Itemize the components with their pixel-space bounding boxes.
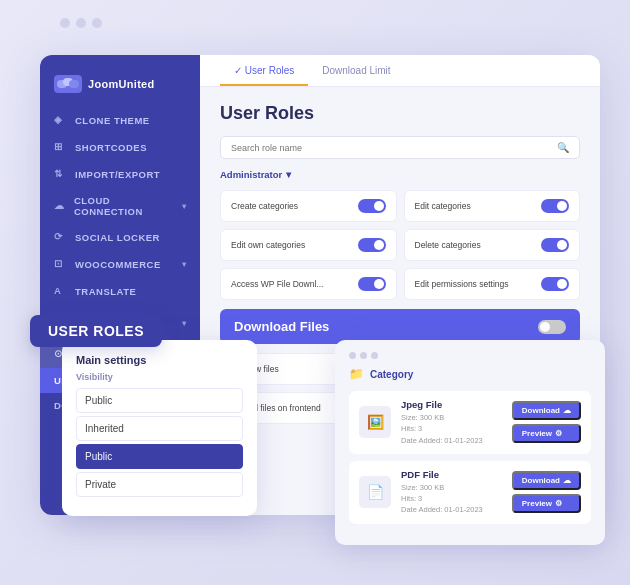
user-roles-label: USER ROLES: [30, 315, 162, 347]
search-icon: 🔍: [557, 142, 569, 153]
sidebar-item-cloud-label: CLOUD CONNECTION: [74, 195, 174, 217]
sidebar-item-social[interactable]: ⟳ SOCIAL LOCKER: [40, 224, 200, 251]
toggle-edit-permissions[interactable]: [541, 277, 569, 291]
jpeg-icon: 🖼️: [367, 414, 384, 430]
file-info-jpeg: Jpeg File Size: 300 KB Hits: 3 Date Adde…: [401, 399, 502, 446]
clone-icon: ◈: [54, 114, 67, 127]
file-actions-pdf: Download ☁ Preview ⚙: [512, 471, 581, 513]
category-header: 📁 Category: [349, 367, 591, 381]
svg-rect-2: [69, 80, 79, 88]
permission-edit-categories: Edit categories: [404, 190, 581, 222]
download-files-label: Download Files: [234, 319, 329, 334]
visibility-label: Visibility: [76, 372, 243, 382]
file-actions-jpeg: Download ☁ Preview ⚙: [512, 401, 581, 443]
toggle-edit-categories[interactable]: [541, 199, 569, 213]
settings-icon-pdf: ⚙: [555, 499, 562, 508]
permission-label: Access WP File Downl...: [231, 279, 323, 289]
settings-icon: ⚙: [555, 429, 562, 438]
download-label: Download: [522, 406, 560, 415]
permission-label: Edit own categories: [231, 240, 305, 250]
sidebar-item-import[interactable]: ⇅ IMPORT/EXPORT: [40, 161, 200, 188]
preview-button-pdf[interactable]: Preview ⚙: [512, 494, 581, 513]
visibility-option-inherited[interactable]: Inherited: [76, 416, 243, 441]
file-item-pdf: 📄 PDF File Size: 300 KB Hits: 3 Date Add…: [349, 461, 591, 524]
file-thumb-pdf: 📄: [359, 476, 391, 508]
tab-download-limit[interactable]: Download Limit: [308, 55, 404, 86]
chevron-down-icon-email: ▾: [182, 319, 187, 328]
chevron-down-icon: ▾: [182, 202, 187, 211]
download-button-jpeg[interactable]: Download ☁: [512, 401, 581, 420]
visibility-list: Public Inherited Public Private: [76, 388, 243, 500]
dot-yellow: [76, 18, 86, 28]
folder-icon: 📁: [349, 367, 364, 381]
woo-icon: ⊡: [54, 258, 67, 271]
chevron-down-icon-woo: ▾: [182, 260, 187, 269]
download-button-pdf[interactable]: Download ☁: [512, 471, 581, 490]
permission-label: Edit permissions settings: [415, 279, 509, 289]
files-panel-dots: [349, 352, 591, 359]
toggle-edit-own-categories[interactable]: [358, 238, 386, 252]
sidebar-item-import-label: IMPORT/EXPORT: [75, 169, 160, 180]
download-icon-pdf: ☁: [563, 476, 571, 485]
visibility-option-public-2[interactable]: Public: [76, 444, 243, 469]
file-item-jpeg: 🖼️ Jpeg File Size: 300 KB Hits: 3 Date A…: [349, 391, 591, 454]
sidebar-item-cloud[interactable]: ☁ CLOUD CONNECTION ▾: [40, 188, 200, 224]
visibility-option-public-1[interactable]: Public: [76, 388, 243, 413]
file-thumb-jpeg: 🖼️: [359, 406, 391, 438]
file-info-pdf: PDF File Size: 300 KB Hits: 3 Date Added…: [401, 469, 502, 516]
sidebar-item-shortcodes-label: SHORTCODES: [75, 142, 147, 153]
page-title: User Roles: [220, 103, 580, 124]
category-label: Category: [370, 369, 413, 380]
preview-label: Preview: [522, 429, 552, 438]
sidebar-item-social-label: SOCIAL LOCKER: [75, 232, 160, 243]
permission-label: Create categories: [231, 201, 298, 211]
import-icon: ⇅: [54, 168, 67, 181]
toggle-access-wp[interactable]: [358, 277, 386, 291]
panel-dot-1: [349, 352, 356, 359]
permission-access-wp: Access WP File Downl...: [220, 268, 397, 300]
dot-red: [60, 18, 70, 28]
permission-edit-own-categories: Edit own categories: [220, 229, 397, 261]
sidebar-item-translate-label: TRANSLATE: [75, 286, 136, 297]
sidebar-item-shortcodes[interactable]: ⊞ SHORTCODES: [40, 134, 200, 161]
search-input[interactable]: [231, 143, 557, 153]
toggle-download-files[interactable]: [538, 320, 566, 334]
main-settings-title: Main settings: [76, 354, 243, 366]
download-label-pdf: Download: [522, 476, 560, 485]
permission-label: Edit categories: [415, 201, 471, 211]
logo-text: JoomUnited: [88, 78, 155, 90]
social-icon: ⟳: [54, 231, 67, 244]
search-bar: 🔍: [220, 136, 580, 159]
role-selector-label: Administrator: [220, 169, 282, 180]
translate-icon: A: [54, 285, 67, 298]
file-meta-pdf: Size: 300 KB Hits: 3 Date Added: 01-01-2…: [401, 482, 502, 516]
toggle-create-categories[interactable]: [358, 199, 386, 213]
sidebar-item-woo[interactable]: ⊡ WOOCOMMERCE ▾: [40, 251, 200, 278]
panel-dot-2: [360, 352, 367, 359]
main-settings-panel: Main settings Visibility Public Inherite…: [62, 340, 257, 516]
visibility-option-private[interactable]: Private: [76, 472, 243, 497]
tab-user-roles[interactable]: ✓ User Roles: [220, 55, 308, 86]
sidebar-item-clone[interactable]: ◈ CLONE THEME: [40, 107, 200, 134]
download-files-row: Download Files: [220, 309, 580, 344]
tab-download-limit-label: Download Limit: [322, 65, 390, 76]
preview-button-jpeg[interactable]: Preview ⚙: [512, 424, 581, 443]
panel-dot-3: [371, 352, 378, 359]
tab-user-roles-label: ✓ User Roles: [234, 65, 294, 76]
logo-icon: [54, 75, 82, 93]
permission-delete-categories: Delete categories: [404, 229, 581, 261]
download-icon: ☁: [563, 406, 571, 415]
files-panel: 📁 Category 🖼️ Jpeg File Size: 300 KB Hit…: [335, 340, 605, 545]
chevron-role-icon: ▾: [286, 169, 291, 180]
role-selector[interactable]: Administrator ▾: [220, 169, 580, 180]
permission-create-categories: Create categories: [220, 190, 397, 222]
dot-green: [92, 18, 102, 28]
permission-label: Delete categories: [415, 240, 481, 250]
sidebar-item-translate[interactable]: A TRANSLATE: [40, 278, 200, 305]
sidebar-logo: JoomUnited: [40, 67, 200, 107]
toggle-delete-categories[interactable]: [541, 238, 569, 252]
file-name-pdf: PDF File: [401, 469, 502, 480]
cloud-icon: ☁: [54, 200, 66, 213]
file-name-jpeg: Jpeg File: [401, 399, 502, 410]
sidebar-item-clone-label: CLONE THEME: [75, 115, 150, 126]
